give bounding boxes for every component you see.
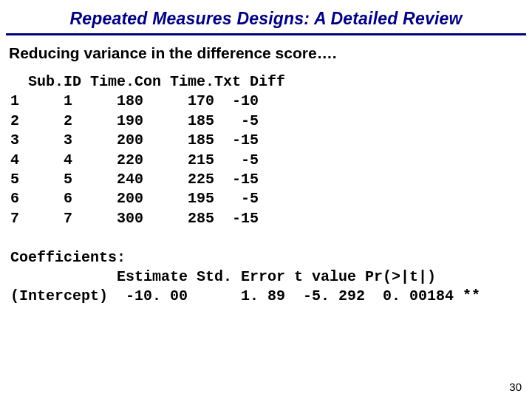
slide-subtitle: Reducing variance in the difference scor… xyxy=(0,43,532,72)
data-table: Sub.ID Time.Con Time.Txt Diff 1 1 180 17… xyxy=(0,72,532,307)
coef-heading: Coefficients: xyxy=(10,249,126,266)
table-row: 7 7 300 285 -15 xyxy=(10,210,259,227)
table-row: 3 3 200 185 -15 xyxy=(10,132,259,149)
table-row: 5 5 240 225 -15 xyxy=(10,171,259,188)
slide: Repeated Measures Designs: A Detailed Re… xyxy=(0,0,532,399)
title-underline xyxy=(6,33,526,35)
table-header: Sub.ID Time.Con Time.Txt Diff xyxy=(10,73,285,90)
slide-title: Repeated Measures Designs: A Detailed Re… xyxy=(0,0,532,33)
table-row: 1 1 180 170 -10 xyxy=(10,92,259,109)
table-row: 2 2 190 185 -5 xyxy=(10,112,259,129)
coef-header: Estimate Std. Error t value Pr(>|t|) xyxy=(10,268,436,285)
table-row: 6 6 200 195 -5 xyxy=(10,190,259,207)
coef-row: (Intercept) -10. 00 1. 89 -5. 292 0. 001… xyxy=(10,287,480,304)
table-row: 4 4 220 215 -5 xyxy=(10,151,259,168)
page-number: 30 xyxy=(509,381,522,393)
